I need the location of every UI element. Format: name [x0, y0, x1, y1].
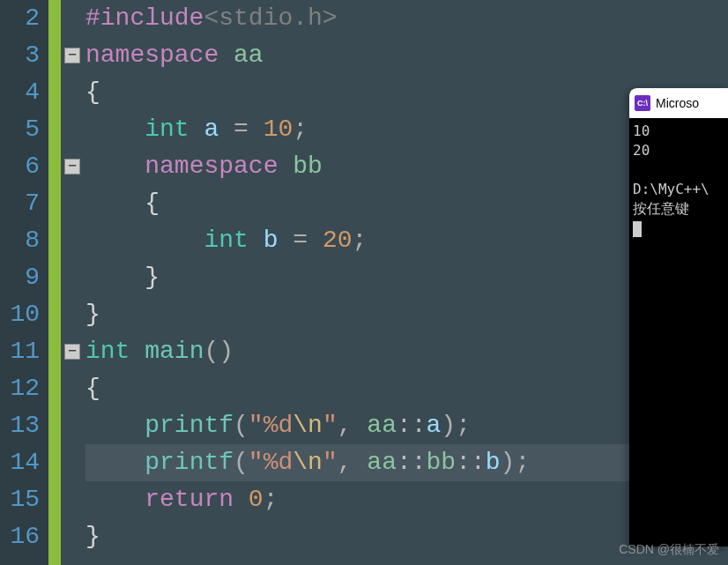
semicolon: ; [515, 449, 530, 476]
comma: , [338, 412, 353, 439]
line-number: 5 [0, 111, 40, 148]
line-number: 13 [0, 407, 40, 444]
line-number: 12 [0, 370, 40, 407]
console-line: 20 [633, 141, 724, 160]
header-name: stdio.h [219, 4, 323, 32]
brace-close: } [85, 301, 100, 328]
function-main: main [145, 338, 204, 365]
space [353, 449, 368, 476]
line-number: 4 [0, 74, 40, 111]
paren-close: ) [441, 412, 456, 439]
paren-open: ( [234, 412, 249, 439]
console-output[interactable]: 10 20 D:\MyC++\ 按任意键 [629, 118, 728, 242]
line-number: 11 [0, 333, 40, 370]
namespace-name: aa [234, 41, 264, 69]
brace-open: { [145, 190, 160, 217]
console-window[interactable]: C:\ Microso 10 20 D:\MyC++\ 按任意键 [629, 88, 728, 546]
assign-op: = [234, 115, 249, 143]
type-int: int [85, 338, 130, 365]
line-number: 6 [0, 148, 40, 185]
assign-op: = [293, 227, 308, 254]
format-spec: %d [264, 412, 293, 439]
keyword-return: return [145, 486, 234, 513]
variable-b: b [264, 227, 279, 254]
string-quote: " [323, 412, 338, 439]
number-literal: 10 [264, 115, 293, 143]
function-printf: printf [145, 449, 234, 476]
code-line: #include<stdio.h> [85, 0, 728, 37]
console-cursor [633, 221, 642, 237]
change-margin [48, 0, 61, 565]
scope-op: :: [397, 412, 427, 439]
keyword-namespace: namespace [145, 152, 278, 180]
parentheses: () [204, 338, 234, 365]
paren-open: ( [234, 449, 249, 476]
code-line: namespace aa [85, 37, 728, 74]
brace-open: { [85, 78, 100, 106]
space [353, 412, 368, 439]
line-number: 14 [0, 444, 40, 481]
console-title-text: Microso [656, 96, 699, 110]
namespace-ref: bb [427, 449, 457, 476]
fold-collapse-icon[interactable]: − [64, 159, 80, 175]
function-printf: printf [145, 412, 234, 439]
watermark-text: CSDN @很楠不爱 [619, 542, 719, 558]
fold-collapse-icon[interactable]: − [64, 344, 80, 360]
line-number: 16 [0, 518, 40, 555]
console-blank [633, 160, 724, 180]
semicolon: ; [264, 486, 279, 513]
namespace-ref: aa [367, 412, 397, 439]
console-prompt: 按任意键 [633, 199, 724, 219]
scope-op: :: [397, 449, 427, 476]
comma: , [338, 449, 353, 476]
namespace-name: bb [293, 152, 323, 180]
variable-ref: a [427, 412, 442, 439]
number-literal: 20 [323, 227, 353, 254]
paren-close: ) [501, 449, 516, 476]
keyword-namespace: namespace [85, 41, 219, 69]
line-number: 15 [0, 481, 40, 518]
angle-bracket: > [323, 4, 338, 32]
string-quote: " [249, 412, 264, 439]
variable-a: a [204, 115, 219, 143]
namespace-ref: aa [367, 449, 397, 476]
code-editor: 2 3 4 5 6 7 8 9 10 11 12 13 14 15 16 − −… [0, 0, 728, 565]
line-number: 10 [0, 296, 40, 333]
brace-close: } [85, 523, 100, 550]
console-icon: C:\ [635, 95, 650, 111]
line-number: 9 [0, 259, 40, 296]
semicolon: ; [293, 115, 308, 143]
line-number: 7 [0, 185, 40, 222]
number-literal: 0 [249, 486, 264, 513]
console-path: D:\MyC++\ [633, 180, 724, 199]
type-int: int [145, 115, 189, 143]
console-line: 10 [633, 122, 724, 141]
type-int: int [204, 227, 248, 254]
line-number: 2 [0, 0, 40, 37]
format-spec: %d [264, 449, 293, 476]
brace-open: { [85, 375, 100, 402]
angle-bracket: < [204, 4, 219, 32]
escape-seq: \n [293, 412, 323, 439]
fold-collapse-icon[interactable]: − [64, 48, 80, 63]
escape-seq: \n [293, 449, 323, 476]
line-number: 8 [0, 222, 40, 259]
brace-close: } [145, 264, 160, 291]
scope-op: :: [456, 449, 486, 476]
preprocessor: #include [85, 4, 204, 32]
variable-ref: b [486, 449, 501, 476]
line-number: 3 [0, 37, 40, 74]
line-number-gutter: 2 3 4 5 6 7 8 9 10 11 12 13 14 15 16 [0, 0, 48, 565]
semicolon: ; [456, 412, 471, 439]
string-quote: " [249, 449, 264, 476]
semicolon: ; [353, 227, 368, 254]
fold-column: − − − [61, 0, 85, 565]
console-titlebar[interactable]: C:\ Microso [629, 88, 728, 118]
string-quote: " [323, 449, 338, 476]
